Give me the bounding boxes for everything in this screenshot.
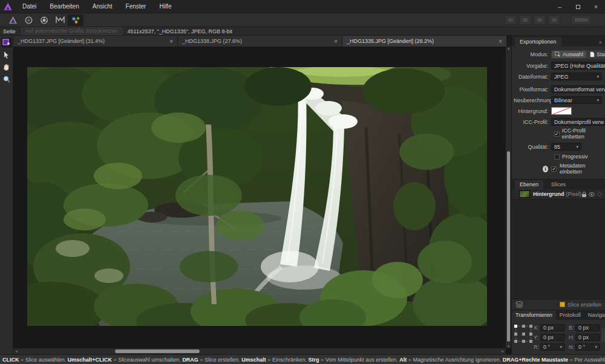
tab-slices[interactable]: Slices — [546, 180, 571, 189]
tonemap-persona-button[interactable] — [52, 15, 68, 26]
align-button-4[interactable] — [548, 15, 560, 25]
zoom-tool-button[interactable] — [1, 74, 12, 84]
tab-navigator[interactable]: Navigator — [584, 311, 605, 320]
horizontal-scroll-thumb[interactable] — [115, 349, 200, 353]
anchor-point-selector[interactable] — [515, 326, 531, 342]
layers-list-empty[interactable] — [512, 200, 605, 299]
photo-persona-button[interactable] — [5, 15, 21, 26]
layer-row-hintergrund[interactable]: Hintergrund (Pixel) — [512, 189, 605, 200]
lock-icon[interactable] — [582, 192, 586, 197]
document-tab-3[interactable]: _HDG1335.JPG [Geändert] (28.2%) × — [342, 36, 507, 47]
width-input[interactable]: 0 px — [575, 324, 600, 331]
tab-close-icon[interactable]: × — [495, 38, 502, 45]
reset-size-button[interactable]: Auf automatische Größe zurücksetzen — [21, 27, 122, 35]
menu-fenster[interactable]: Fenster — [119, 0, 153, 13]
panel-menu-icon[interactable]: ≡ — [596, 40, 605, 47]
status-key: Umschalt+CLICK — [68, 357, 112, 363]
dateiformat-select[interactable]: JPEG ▾ — [551, 73, 602, 80]
align-button-2[interactable] — [519, 15, 531, 25]
slice-tool-button[interactable] — [1, 37, 12, 48]
background-color-swatch[interactable] — [551, 107, 572, 115]
align-button-1[interactable] — [505, 15, 517, 25]
y-label: Y: — [534, 334, 540, 340]
neuberechnung-select[interactable]: Bilinear ▾ — [551, 96, 602, 104]
restore-button[interactable] — [569, 0, 587, 13]
height-input[interactable]: 0 px — [575, 334, 600, 341]
document-tab-2[interactable]: _HDG1338.JPG (27.6%) × — [178, 36, 342, 47]
status-text: = Vom Mittelpunkt aus erstellen. — [319, 357, 399, 363]
scroll-left-icon[interactable]: ◄ — [15, 348, 18, 354]
layer-stack-icon[interactable] — [515, 301, 523, 308]
metadaten-checkbox[interactable]: ✓ — [551, 166, 557, 172]
document-info: 4511x2537, "_HDG1335", JPEG, RGB 8-bit — [128, 28, 232, 34]
slice-select-tool-button[interactable] — [1, 50, 12, 60]
tab-label: _HDG1338.JPG (27.6%) — [182, 38, 330, 44]
chevron-down-icon: ▾ — [575, 145, 578, 149]
status-key: Umschalt — [241, 357, 266, 363]
chevron-down-icon: ▾ — [595, 98, 599, 103]
minimize-button[interactable]: – — [551, 0, 569, 13]
tab-transformieren[interactable]: Transformieren — [512, 311, 556, 320]
create-slice-button[interactable]: Slice erstellen — [560, 302, 601, 308]
document-tab-1[interactable]: _HDG1337.JPG [Geändert] (31.4%) × — [13, 36, 178, 47]
tab-label: _HDG1337.JPG [Geändert] (31.4%) — [18, 38, 166, 44]
panel-resize-handle[interactable] — [602, 328, 604, 342]
progressiv-row: Progressiv — [554, 154, 602, 160]
chevron-down-icon: ▾ — [560, 345, 562, 349]
vorgabe-value: JPEG (Hohe Qualität — [554, 63, 605, 69]
modus-auswahl-button[interactable]: Auswahl — [552, 51, 586, 58]
progressiv-checkbox[interactable] — [554, 154, 560, 160]
tab-close-icon[interactable]: × — [166, 38, 173, 45]
canvas[interactable]: ▲ ▼ ◄ ► — [13, 47, 511, 354]
dateiformat-label: Dateiformat: — [514, 74, 551, 80]
menu-ansicht[interactable]: Ansicht — [86, 0, 119, 13]
layer-name: Hintergrund — [533, 191, 564, 197]
layer-state-circle-icon[interactable] — [597, 192, 602, 197]
modus-standard-label: Standard — [597, 51, 605, 57]
height-value: 0 px — [578, 334, 589, 340]
neuberechnung-label: Neuberechnung: — [514, 97, 551, 103]
vorgabe-select[interactable]: JPEG (Hohe Qualität ▾ — [551, 62, 605, 70]
qualitaet-select[interactable]: 85 ▾ — [551, 143, 581, 151]
view-tool-button[interactable] — [1, 62, 12, 72]
vertical-scrollbar[interactable]: ▲ ▼ — [506, 47, 511, 348]
export-persona-button[interactable] — [68, 15, 83, 26]
tab-protokoll[interactable]: Protokoll — [556, 311, 584, 320]
context-toolbar: Seite Auf automatische Größe zurücksetze… — [0, 27, 605, 36]
menu-datei[interactable]: Datei — [16, 0, 43, 13]
icc-profil-select[interactable]: Dokumentprofil verw ▾ — [551, 118, 605, 126]
visibility-eye-icon[interactable] — [589, 192, 595, 197]
x-input[interactable]: 0 px — [540, 324, 565, 331]
pixelformat-value: Dokumentformat verw — [554, 86, 605, 93]
horizontal-scrollbar[interactable]: ◄ ► — [13, 348, 506, 354]
shear-label: N: — [569, 344, 575, 350]
shear-input[interactable]: 0 °▾ — [575, 343, 600, 351]
tonemap-persona-icon — [56, 16, 65, 24]
scroll-up-icon[interactable]: ▲ — [506, 47, 511, 50]
x-label: X: — [534, 325, 540, 331]
status-text: = Per Auswahlrahmen markieren. — [568, 357, 605, 363]
shear-value: 0 ° — [578, 344, 585, 350]
pixelformat-select[interactable]: Dokumentformat verw ▾ — [551, 85, 605, 93]
y-input[interactable]: 0 px — [540, 334, 565, 341]
document-area: _HDG1337.JPG [Geändert] (31.4%) × _HDG13… — [13, 36, 511, 354]
liquify-persona-button[interactable] — [21, 15, 36, 26]
close-button[interactable]: × — [587, 0, 605, 13]
tab-close-icon[interactable]: × — [330, 38, 338, 45]
icc-einbetten-checkbox[interactable]: ✓ — [554, 131, 560, 137]
affinity-logo-icon — [0, 2, 16, 10]
develop-persona-button[interactable] — [36, 15, 52, 26]
vertical-scroll-thumb[interactable] — [507, 151, 510, 342]
zoom-options-button[interactable] — [571, 15, 592, 25]
menu-bearbeiten[interactable]: Bearbeiten — [43, 0, 85, 13]
rotation-input[interactable]: 0 °▾ — [540, 343, 565, 351]
align-button-3[interactable] — [534, 15, 546, 25]
slice-icon — [560, 302, 565, 307]
scroll-right-icon[interactable]: ► — [501, 348, 505, 354]
scroll-down-icon[interactable]: ▼ — [506, 345, 511, 348]
menu-hilfe[interactable]: Hilfe — [152, 0, 178, 13]
status-key: Strg — [308, 357, 319, 363]
tab-ebenen[interactable]: Ebenen — [515, 180, 543, 189]
tab-exportoptionen[interactable]: Exportoptionen — [515, 37, 561, 47]
modus-standard-button[interactable]: Standard — [587, 51, 605, 58]
